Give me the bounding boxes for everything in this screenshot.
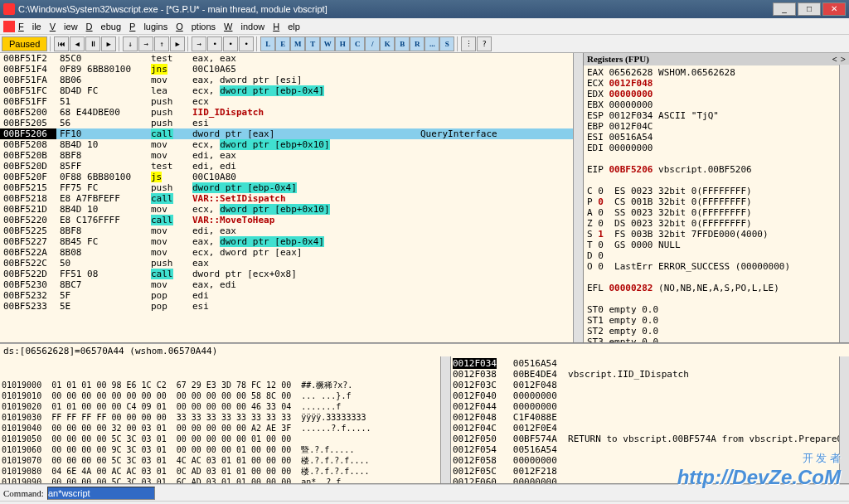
reg-ECX[interactable]: ECX 0012F048	[587, 78, 846, 89]
disasm-row[interactable]: 00BF52335Epopesi	[0, 301, 583, 312]
toolbar-opts[interactable]: ⋮	[461, 36, 476, 51]
reg-EIP[interactable]: EIP 00BF5206 vbscript.00BF5206	[587, 164, 846, 175]
command-input[interactable]	[47, 487, 155, 500]
dump-row[interactable]: 01019030 FF FF FF FF 00 00 00 00 33 33 3…	[2, 412, 449, 423]
disasm-row[interactable]: 00BF51FF51pushecx	[0, 96, 583, 107]
toolbar-K[interactable]: K	[380, 36, 395, 51]
dump-row[interactable]: 01019010 00 00 00 00 00 00 00 00 00 00 0…	[2, 390, 449, 401]
dump-scrollbar[interactable]	[440, 356, 450, 483]
toolbar-...[interactable]: ...	[424, 36, 439, 51]
disasm-row[interactable]: 00BF52088B4D 10movecx, dword ptr [ebp+0x…	[0, 139, 583, 150]
disasm-row[interactable]: 00BF51FC8D4D FCleaecx, dword ptr [ebp-0x…	[0, 85, 583, 96]
disasm-row[interactable]: 00BF52325Fpopedi	[0, 290, 583, 301]
reg-EBP[interactable]: EBP 0012F04C	[587, 121, 846, 132]
stack-row[interactable]: 0012F040 00000000	[453, 390, 847, 401]
toolbar-fwd[interactable]: ▶	[101, 36, 116, 51]
registers-pane[interactable]: Registers (FPU) < > EAX 06562628 WSHOM.0…	[584, 53, 849, 342]
disasm-row[interactable]: 00BF520F0F88 6BB80100js00C10A80	[0, 172, 583, 182]
disasm-row[interactable]: 00BF520068 E44DBE00pushIID_IDispatch	[0, 107, 583, 118]
stack-row[interactable]: 0012F05C 0012F218	[453, 466, 847, 477]
disasm-row[interactable]: 00BF522C50pusheax	[0, 258, 583, 269]
disasm-row[interactable]: 00BF520B8BF8movedi, eax	[0, 150, 583, 161]
stack-row[interactable]: 0012F04C 0012F0E4	[453, 423, 847, 434]
stack-row[interactable]: 0012F038 00BE4DE4 vbscript.IID_IDispatch	[453, 369, 847, 380]
menu-help[interactable]: Help	[273, 22, 300, 32]
toolbar-goto[interactable]: →	[192, 36, 206, 51]
maximize-button[interactable]: □	[798, 2, 821, 16]
menu-options[interactable]: Options	[176, 22, 216, 32]
disasm-row[interactable]: 00BF51F40F89 6BB80100jns00C10A65	[0, 64, 583, 75]
toolbar-C[interactable]: C	[350, 36, 365, 51]
regs-scrollbar[interactable]	[839, 65, 849, 342]
disasm-row[interactable]: 00BF52308BC7moveax, edi	[0, 279, 583, 290]
disasm-row[interactable]: 00BF520D85FFtestedi, edi	[0, 161, 583, 172]
close-button[interactable]: ✕	[822, 2, 846, 16]
toolbar-run[interactable]: ▶	[170, 36, 185, 51]
toolbar-/[interactable]: /	[365, 36, 380, 51]
toolbar-L[interactable]: L	[260, 36, 275, 51]
menu-file[interactable]: File	[18, 22, 41, 32]
menu-view[interactable]: View	[50, 22, 78, 32]
stack-row[interactable]: 0012F048 C1F4088E	[453, 412, 847, 423]
cpu-scrollbar[interactable]	[573, 53, 583, 342]
reg-ESP[interactable]: ESP 0012F034 ASCII "TjQ"	[587, 110, 846, 121]
stack-scrollbar[interactable]	[839, 356, 849, 483]
toolbar-M[interactable]: M	[290, 36, 305, 51]
toolbar-rewind[interactable]: ⏮	[54, 36, 69, 51]
disasm-row[interactable]: 00BF5218E8 A7FBFEFFcallVAR::SetIDispatch	[0, 193, 583, 204]
stack-row[interactable]: 0012F034 00516A54	[453, 358, 847, 369]
dump-row[interactable]: 01019080 04 6E 4A 00 AC AC 03 01 0C AD 0…	[2, 466, 449, 477]
dump-row[interactable]: 01019000 01 01 01 00 98 E6 1C C2 67 29 E…	[2, 380, 449, 390]
toolbar-S[interactable]: S	[439, 36, 454, 51]
disasm-row[interactable]: 00BF522DFF51 08calldword ptr [ecx+0x8]	[0, 269, 583, 279]
disasm-row[interactable]: 00BF521D8B4D 10movecx, dword ptr [ebp+0x…	[0, 204, 583, 215]
toolbar-btn[interactable]: •	[207, 36, 222, 51]
stack-row[interactable]: 0012F03C 0012F048	[453, 380, 847, 390]
disasm-row[interactable]: 00BF52258BF8movedi, eax	[0, 225, 583, 236]
dump-row[interactable]: 01019060 00 00 00 00 9C 3C 03 01 00 00 0…	[2, 444, 449, 455]
cpu-disassembly-pane[interactable]: 00BF51F285C0testeax, eax00BF51F40F89 6BB…	[0, 53, 584, 342]
disasm-row[interactable]: 00BF5220E8 C176FFFFcallVAR::MoveToHeap	[0, 215, 583, 225]
toolbar-back[interactable]: ◀	[70, 36, 85, 51]
toolbar-stepinto[interactable]: ↓	[123, 36, 138, 51]
reg-EDX[interactable]: EDX 00000000	[587, 89, 846, 99]
dump-row[interactable]: 01019040 00 00 00 00 32 00 03 01 00 00 0…	[2, 423, 449, 434]
reg-EAX[interactable]: EAX 06562628 WSHOM.06562628	[587, 67, 846, 78]
disasm-row[interactable]: 00BF52278B45 FCmoveax, dword ptr [ebp-0x…	[0, 236, 583, 247]
toolbar-stepover[interactable]: →	[138, 36, 153, 51]
toolbar-E[interactable]: E	[275, 36, 290, 51]
dump-row[interactable]: 01019020 01 01 00 00 00 C4 09 01 00 00 0…	[2, 401, 449, 412]
reg-ESI[interactable]: ESI 00516A54	[587, 132, 846, 143]
stack-row[interactable]: 0012F054 00516A54	[453, 444, 847, 455]
stack-pane[interactable]: 0012F034 00516A540012F038 00BE4DE4 vbscr…	[451, 356, 849, 483]
dump-row[interactable]: 01019090 00 00 00 00 5C 3C 03 01 6C AD 0…	[2, 477, 449, 483]
disasm-row[interactable]: 00BF522A8B08movecx, dword ptr [eax]	[0, 247, 583, 258]
toolbar-pause[interactable]: ⏸	[85, 36, 100, 51]
toolbar-R[interactable]: R	[410, 36, 424, 51]
reg-EBX[interactable]: EBX 00000000	[587, 99, 846, 110]
disasm-row[interactable]: 00BF51FA8B06moveax, dword ptr [esi]	[0, 75, 583, 85]
reg-EDI[interactable]: EDI 00000000	[587, 143, 846, 153]
toolbar-H[interactable]: H	[335, 36, 350, 51]
toolbar-W[interactable]: W	[320, 36, 335, 51]
dump-row[interactable]: 01019050 00 00 00 00 5C 3C 03 01 00 00 0…	[2, 434, 449, 444]
disasm-row[interactable]: 00BF51F285C0testeax, eax	[0, 53, 583, 64]
menu-window[interactable]: Window	[224, 22, 264, 32]
stack-row[interactable]: 0012F050 00BF574A RETURN to vbscript.00B…	[453, 434, 847, 444]
disasm-row[interactable]: 00BF5206FF10calldword ptr [eax]QueryInte…	[0, 128, 583, 139]
toolbar-help[interactable]: ?	[477, 36, 492, 51]
stack-row[interactable]: 0012F060 00000000	[453, 477, 847, 483]
toolbar-T[interactable]: T	[305, 36, 320, 51]
toolbar-stepout[interactable]: ↑	[154, 36, 169, 51]
regs-prev-icon[interactable]: <	[832, 54, 837, 65]
dump-row[interactable]: 01019070 00 00 00 00 5C 3C 03 01 4C AC 0…	[2, 455, 449, 466]
regs-next-icon[interactable]: >	[841, 54, 846, 65]
menu-plugins[interactable]: Plugins	[129, 22, 167, 32]
stack-row[interactable]: 0012F058 00000000	[453, 455, 847, 466]
toolbar-btn[interactable]: •	[239, 36, 254, 51]
disasm-row[interactable]: 00BF5215FF75 FCpushdword ptr [ebp-0x4]	[0, 182, 583, 193]
toolbar-B[interactable]: B	[395, 36, 410, 51]
menu-debug[interactable]: Debug	[86, 22, 121, 32]
minimize-button[interactable]: _	[773, 2, 796, 16]
stack-row[interactable]: 0012F044 00000000	[453, 401, 847, 412]
